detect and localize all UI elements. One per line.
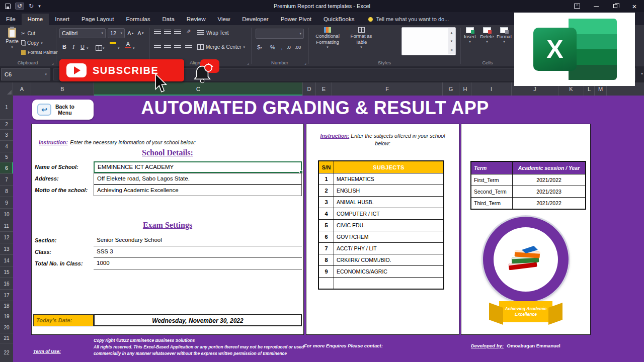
dialog-launcher-icon[interactable]: ⌟ — [52, 61, 54, 65]
cell-styles-gallery[interactable]: ▴▾≡ — [401, 27, 456, 55]
copy-button[interactable]: Copy ▾ — [21, 39, 43, 47]
row-header[interactable]: 19 — [0, 311, 13, 322]
name-box[interactable]: C6 ▾ — [1, 68, 50, 80]
address-cell[interactable]: Off Elekete road, Sabo Lagos State. — [94, 173, 302, 185]
row-header[interactable]: 3 — [0, 130, 13, 141]
decrease-indent-icon[interactable] — [185, 44, 192, 49]
expand-formula-bar-icon[interactable]: ▾ — [641, 71, 643, 76]
tab-file[interactable]: File — [0, 14, 22, 25]
row-header-selected[interactable]: 6 — [0, 162, 13, 174]
align-center-icon[interactable] — [164, 44, 171, 49]
row-header[interactable]: 8 — [0, 186, 13, 197]
col-header[interactable]: I — [471, 82, 512, 96]
section-cell[interactable]: Senior Secondary School — [94, 235, 302, 246]
row-header[interactable]: 4 — [0, 141, 13, 152]
number-format-combo[interactable]: ▾ — [256, 29, 304, 39]
col-header[interactable]: H — [459, 82, 471, 96]
col-header[interactable]: A — [13, 82, 31, 96]
col-header[interactable]: F — [332, 82, 443, 96]
select-all-corner[interactable] — [0, 82, 13, 96]
col-header[interactable]: B — [31, 82, 94, 96]
increase-font-icon[interactable]: A▲ — [127, 29, 135, 38]
ribbon-display-options-icon[interactable]: ⌃ — [568, 0, 587, 12]
tab-quickbooks[interactable]: QuickBooks — [317, 14, 360, 25]
row-header[interactable]: 5 — [0, 152, 13, 162]
row-header[interactable]: 15 — [0, 266, 13, 278]
todays-date-cell[interactable]: Wednesday, November 30, 2022 — [94, 314, 302, 326]
tab-developer[interactable]: Developer — [236, 14, 274, 25]
dialog-launcher-icon[interactable]: ⌟ — [247, 61, 249, 65]
save-icon[interactable] — [5, 4, 11, 9]
delete-cells-button[interactable]: Delete ▾ — [479, 27, 495, 43]
decrease-font-icon[interactable]: A▼ — [137, 29, 145, 38]
row-header[interactable]: 17 — [0, 290, 13, 301]
align-top-icon[interactable] — [154, 30, 161, 35]
customize-qat-icon[interactable]: ▾ — [38, 4, 41, 9]
row-header[interactable]: 22 — [0, 343, 13, 362]
tab-data[interactable]: Data — [156, 14, 181, 25]
format-as-table-button[interactable]: Format as Table ▾ — [346, 27, 376, 49]
fill-color-icon[interactable] — [110, 42, 116, 44]
tell-me-box[interactable]: Tell me what you want to do... — [368, 16, 449, 25]
row-header[interactable]: 12 — [0, 232, 13, 243]
row-header[interactable]: 2 — [0, 120, 13, 130]
instruction-text: Enter the subjects offered in your schoo… — [351, 133, 445, 146]
tab-page-layout[interactable]: Page Layout — [75, 14, 120, 25]
decrease-decimal-icon[interactable]: .00 — [294, 43, 302, 52]
class-cell[interactable]: SSS 3 — [94, 246, 302, 258]
col-header[interactable]: E — [316, 82, 332, 96]
borders-icon[interactable] — [95, 43, 103, 52]
close-button[interactable]: × — [625, 0, 644, 12]
orientation-icon[interactable]: ⇗ — [186, 28, 191, 35]
minimize-button[interactable] — [587, 0, 606, 12]
school-name-cell[interactable]: EMMINENCE ICT ACADEMY — [94, 161, 302, 173]
tab-insert[interactable]: Insert — [49, 14, 75, 25]
cut-button[interactable]: ✂ Cut — [21, 29, 35, 37]
tab-formulas[interactable]: Formulas — [120, 14, 156, 25]
col-header[interactable]: D — [303, 82, 316, 96]
percent-style-icon[interactable]: % — [269, 43, 277, 52]
row-header[interactable]: 1 — [0, 96, 13, 120]
conditional-formatting-button[interactable]: Conditional Formatting ▾ — [311, 27, 344, 49]
row-header[interactable]: 11 — [0, 220, 13, 232]
row-header[interactable]: 13 — [0, 243, 13, 255]
wrap-text-button[interactable]: Wrap Text — [197, 29, 229, 37]
dialog-launcher-icon[interactable]: ⌟ — [304, 61, 306, 65]
col-header[interactable]: G — [443, 82, 459, 96]
row-header[interactable]: 7 — [0, 174, 13, 186]
restore-button[interactable] — [606, 0, 625, 12]
total-in-class-cell[interactable]: 1000 — [94, 258, 302, 269]
underline-button[interactable]: U — [78, 42, 87, 51]
align-bottom-icon[interactable] — [174, 30, 181, 35]
bold-button[interactable]: B — [60, 42, 68, 51]
align-right-icon[interactable] — [174, 44, 181, 49]
align-middle-icon[interactable] — [164, 30, 171, 35]
undo-icon[interactable]: ↺ — [15, 3, 24, 10]
align-left-icon[interactable] — [154, 44, 161, 49]
row-header[interactable]: 21 — [0, 333, 13, 343]
tab-home[interactable]: Home — [22, 14, 49, 25]
increase-decimal-icon[interactable]: .0 — [285, 43, 293, 52]
font-size-combo[interactable]: 12▾ — [108, 28, 125, 38]
format-cells-button[interactable]: Format ▾ — [496, 27, 512, 43]
redo-icon[interactable]: ↻ — [29, 3, 34, 9]
italic-button[interactable]: I — [69, 42, 77, 51]
row-header[interactable]: 14 — [0, 255, 13, 266]
row-header[interactable]: 16 — [0, 278, 13, 290]
row-header[interactable]: 20 — [0, 322, 13, 333]
row-header[interactable]: 10 — [0, 209, 13, 220]
insert-cells-button[interactable]: Insert ▾ — [462, 27, 478, 43]
tab-review[interactable]: Review — [181, 14, 212, 25]
gallery-scroll[interactable]: ▴▾≡ — [448, 28, 455, 54]
format-painter-button[interactable]: Format Painter — [21, 48, 58, 56]
motto-cell[interactable]: Achieving Academic Excellence — [94, 185, 302, 196]
row-header[interactable]: 18 — [0, 301, 13, 311]
tab-view[interactable]: View — [212, 14, 236, 25]
tab-power-pivot[interactable]: Power Pivot — [275, 14, 317, 25]
accounting-format-icon[interactable]: $▾ — [256, 43, 264, 52]
row-header[interactable]: 9 — [0, 197, 13, 209]
paste-button[interactable]: Paste ▾ — [4, 28, 20, 59]
font-name-combo[interactable]: Calibri▾ — [59, 28, 106, 38]
font-color-icon[interactable]: A — [125, 41, 131, 48]
merge-center-button[interactable]: Merge & Center ▾ — [197, 43, 245, 51]
